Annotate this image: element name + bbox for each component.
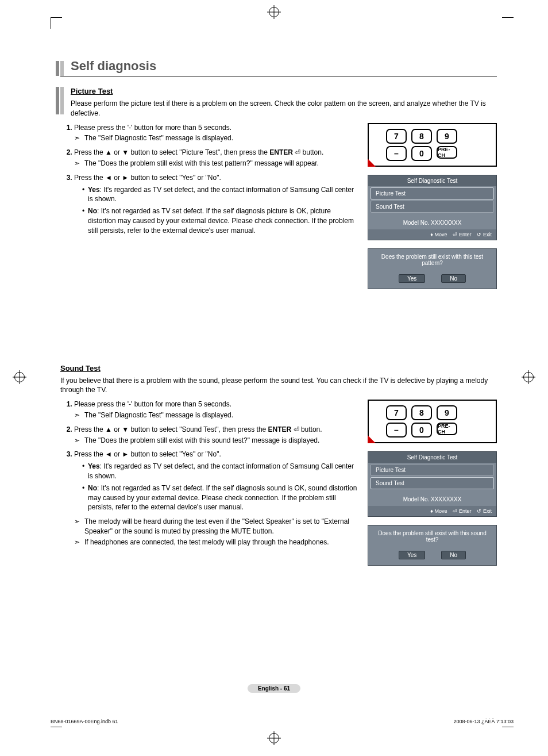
osd-hint-exit: ↺ Exit <box>477 508 492 514</box>
osd-footer: ♦ Move ⏎ Enter ↺ Exit <box>368 506 496 516</box>
remote-button-0[interactable]: 0 <box>411 146 432 161</box>
osd-title: Self Diagnostic Test <box>368 452 496 463</box>
footer-left: BN68-01669A-00Eng.indb 61 <box>51 719 118 724</box>
registration-mark-right <box>523 372 534 385</box>
accent-bar-icon <box>56 87 64 114</box>
section-header: Self diagnosis <box>60 57 497 76</box>
osd-prompt-sound: Does the problem still exist with this s… <box>368 525 497 566</box>
sound-test-intro: If you believe that there is a problem w… <box>60 376 497 396</box>
step-text: Press the ▲ or ▼ button to select "Pictu… <box>74 148 323 156</box>
step-3: Press the ◄ or ► button to select "Yes" … <box>74 173 357 236</box>
osd-hint-move: ♦ Move <box>430 508 447 514</box>
prompt-yes-button[interactable]: Yes <box>399 274 425 283</box>
remote-button-dash[interactable]: – <box>386 423 407 438</box>
remote-button-8[interactable]: 8 <box>411 129 432 144</box>
sound-test-steps: Please press the '-' button for more tha… <box>60 400 357 547</box>
step-text: Press the ▲ or ▼ button to select "Sound… <box>74 425 322 433</box>
remote-button-7[interactable]: 7 <box>386 405 407 420</box>
yes-no-list: Yes: It's regarded as TV set defect, and… <box>74 185 357 236</box>
osd-hint-enter: ⏎ Enter <box>453 232 471 237</box>
registration-mark-top <box>269 7 279 20</box>
remote-button-0[interactable]: 0 <box>411 423 432 438</box>
osd-hint-move: ♦ Move <box>430 232 447 237</box>
picture-test-steps: Please press the '-' button for more tha… <box>60 123 357 236</box>
page: Self diagnosis Picture Test Please perfo… <box>0 0 548 756</box>
osd-title: Self Diagnostic Test <box>368 175 496 186</box>
pointer-icon <box>368 435 376 443</box>
page-number: English - 61 <box>248 684 300 693</box>
enter-icon: ⏎ <box>294 425 299 433</box>
footer-right: 2008-06-13 ¿ÀÈÄ 7:13:03 <box>453 719 514 724</box>
step-2: Press the ▲ or ▼ button to select "Sound… <box>74 425 357 446</box>
osd-item-picture-test[interactable]: Picture Test <box>371 187 494 199</box>
no-item: No: It's not regarded as TV set defect. … <box>82 206 357 235</box>
remote-button-dash[interactable]: – <box>386 146 407 161</box>
step-text: Press the ◄ or ► button to select "Yes" … <box>74 174 221 182</box>
yes-item: Yes: It's regarded as TV set defect, and… <box>82 185 357 205</box>
sound-test-figures: 7 8 9 – 0 PRE-CH Self Diagno <box>368 400 497 566</box>
remote-illustration: 7 8 9 – 0 PRE-CH <box>368 400 497 443</box>
enter-icon: ⏎ <box>295 148 300 156</box>
step-note: The "Does the problem still exist with t… <box>74 436 357 446</box>
remote-button-8[interactable]: 8 <box>411 405 432 420</box>
prompt-no-button[interactable]: No <box>441 551 466 559</box>
osd-item-sound-test[interactable]: Sound Test <box>371 477 494 489</box>
picture-test-intro: Please perform the picture test if there… <box>71 99 497 118</box>
osd-hint-exit: ↺ Exit <box>477 232 492 237</box>
yes-item: Yes: It's regarded as TV set defect, and… <box>82 462 357 481</box>
osd-menu-sound: Self Diagnostic Test Picture Test Sound … <box>368 451 497 517</box>
step-text: Please press the '-' button for more tha… <box>74 124 231 132</box>
prompt-question: Does the problem still exist with this s… <box>372 530 493 543</box>
step-1: Please press the '-' button for more tha… <box>74 123 357 144</box>
crop-mark <box>502 17 514 29</box>
extra-note-1: The melody will be heard during the test… <box>74 517 357 536</box>
accent-bar-icon <box>56 61 64 76</box>
prompt-yes-button[interactable]: Yes <box>399 551 425 559</box>
remote-button-prech[interactable]: PRE-CH <box>437 423 457 435</box>
picture-test-section: Picture Test Please perform the picture … <box>60 87 497 289</box>
osd-model: Model No. XXXXXXXX <box>368 490 496 506</box>
remote-button-9[interactable]: 9 <box>437 405 457 420</box>
remote-button-9[interactable]: 9 <box>437 129 457 144</box>
step-3: Press the ◄ or ► button to select "Yes" … <box>74 450 357 547</box>
picture-test-figures: 7 8 9 – 0 PRE-CH <box>368 123 497 289</box>
osd-footer: ♦ Move ⏎ Enter ↺ Exit <box>368 229 496 240</box>
yes-no-list: Yes: It's regarded as TV set defect, and… <box>74 462 357 512</box>
content: Self diagnosis Picture Test Please perfo… <box>60 57 497 566</box>
step-note: The "Self Diagnostic Test" message is di… <box>74 410 357 420</box>
remote-button-prech[interactable]: PRE-CH <box>437 146 457 159</box>
osd-item-sound-test[interactable]: Sound Test <box>371 201 494 213</box>
osd-hint-enter: ⏎ Enter <box>453 508 471 514</box>
prompt-no-button[interactable]: No <box>441 274 466 283</box>
osd-model: Model No. XXXXXXXX <box>368 214 496 229</box>
section-title: Self diagnosis <box>71 57 156 76</box>
step-text: Press the ◄ or ► button to select "Yes" … <box>74 450 221 458</box>
osd-menu-picture: Self Diagnostic Test Picture Test Sound … <box>368 175 497 240</box>
no-item: No: It's not regarded as TV set defect. … <box>82 483 357 512</box>
sound-test-title: Sound Test <box>60 364 497 373</box>
remote-button-7[interactable]: 7 <box>386 129 407 144</box>
registration-mark-left <box>14 372 25 385</box>
sound-test-section: Sound Test If you believe that there is … <box>60 364 497 566</box>
step-text: Please press the '-' button for more tha… <box>74 400 231 408</box>
osd-item-picture-test[interactable]: Picture Test <box>371 464 494 476</box>
step-1: Please press the '-' button for more tha… <box>74 400 357 420</box>
remote-illustration: 7 8 9 – 0 PRE-CH <box>368 123 497 167</box>
extra-note-2: If headphones are connected, the test me… <box>74 538 357 547</box>
step-note: The "Self Diagnostic Test" message is di… <box>74 133 357 143</box>
registration-mark-bottom <box>269 733 279 746</box>
crop-mark <box>51 17 62 29</box>
osd-prompt-picture: Does the problem still exist with this t… <box>368 248 497 289</box>
prompt-question: Does the problem still exist with this t… <box>372 254 493 266</box>
step-note: The "Does the problem still exist with t… <box>74 159 357 168</box>
picture-test-title: Picture Test <box>71 87 497 95</box>
step-2: Press the ▲ or ▼ button to select "Pictu… <box>74 148 357 168</box>
pointer-icon <box>368 159 376 167</box>
